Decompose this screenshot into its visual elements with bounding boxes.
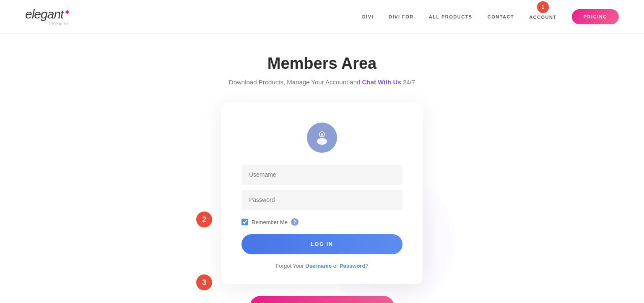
remember-me-row: Remember Me ? xyxy=(242,218,402,226)
remember-me-checkbox[interactable] xyxy=(242,219,248,225)
page-title: Members Area xyxy=(267,55,377,73)
main-content: Members Area Download Products, Manage Y… xyxy=(0,34,644,303)
forgot-username-link[interactable]: Username xyxy=(305,263,332,269)
nav-item-all-products[interactable]: ALL PRODUCTS xyxy=(429,14,473,19)
nav-item-account-wrapper: 1 ACCOUNT xyxy=(529,13,557,21)
annotation-badge-3: 3 xyxy=(196,274,212,290)
login-button[interactable]: LOG IN xyxy=(242,234,402,254)
nav-item-divi[interactable]: DIVI xyxy=(362,14,374,19)
logo-star: ✦ xyxy=(64,7,70,17)
forgot-row: Forgot Your Username or Password? xyxy=(275,263,368,269)
remember-me-label: Remember Me xyxy=(252,219,288,225)
logo-name: elegant xyxy=(25,7,63,21)
nav-item-contact[interactable]: CONTACT xyxy=(488,14,514,19)
pricing-button[interactable]: PRICING xyxy=(572,9,619,24)
forgot-password-link[interactable]: Password xyxy=(340,263,365,269)
page-subtitle: Download Products, Manage Your Account a… xyxy=(229,78,415,86)
nav-item-account[interactable]: ACCOUNT xyxy=(529,15,557,20)
username-field-wrapper xyxy=(242,165,402,185)
login-card: Remember Me ? LOG IN Forgot Your Usernam… xyxy=(221,102,423,284)
login-card-wrapper: Remember Me ? LOG IN Forgot Your Usernam… xyxy=(221,102,423,284)
login-section: 2 3 xyxy=(221,102,423,284)
main-nav: DIVI DIVI FOR ALL PRODUCTS CONTACT 1 ACC… xyxy=(362,9,619,24)
remember-me-help-icon[interactable]: ? xyxy=(291,218,299,226)
site-header: elegant✦ themes DIVI DIVI FOR ALL PRODUC… xyxy=(0,0,644,34)
password-input[interactable] xyxy=(242,190,402,210)
user-icon xyxy=(314,129,330,146)
password-field-wrapper xyxy=(242,190,402,210)
account-notification-badge: 1 xyxy=(537,1,549,13)
logo[interactable]: elegant✦ themes xyxy=(25,7,70,26)
username-input[interactable] xyxy=(242,165,402,185)
svg-point-3 xyxy=(321,133,323,136)
annotation-badge-2: 2 xyxy=(196,212,212,227)
logo-sub: themes xyxy=(25,21,70,26)
chat-link[interactable]: Chat With Us xyxy=(362,78,401,86)
user-avatar xyxy=(307,123,337,153)
svg-point-1 xyxy=(317,138,327,145)
nav-item-divi-for[interactable]: DIVI FOR xyxy=(389,14,414,19)
